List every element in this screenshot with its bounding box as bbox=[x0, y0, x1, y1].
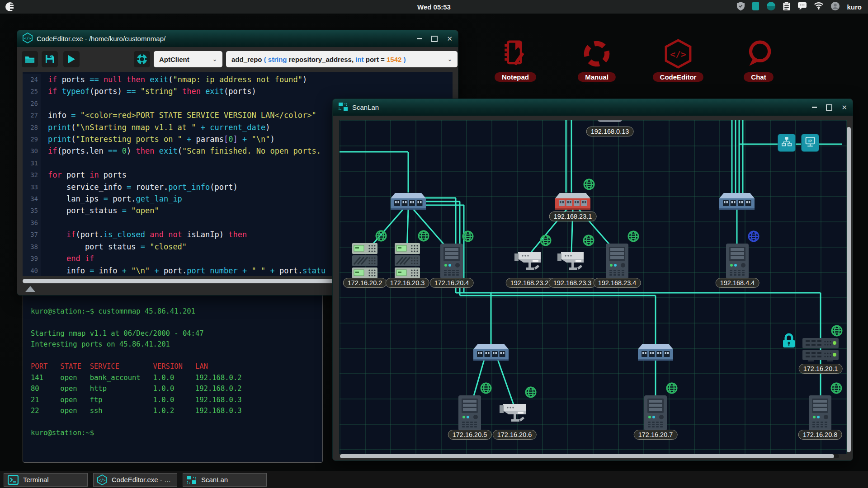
manual-icon bbox=[567, 39, 626, 70]
user-avatar[interactable] bbox=[830, 1, 840, 13]
taskbar-item-label: Terminal bbox=[23, 476, 49, 483]
switch-device-icon bbox=[473, 356, 509, 364]
rack-device-icon bbox=[802, 355, 839, 363]
lan-node-172.16.20.7[interactable] bbox=[644, 395, 667, 432]
chat-icon bbox=[729, 39, 788, 70]
taskbar-item-scan[interactable]: ScanLan bbox=[183, 473, 267, 487]
open-file-button[interactable] bbox=[22, 51, 38, 67]
internet-globe-icon bbox=[375, 230, 387, 244]
internet-globe-icon bbox=[417, 230, 430, 244]
minimize-button[interactable] bbox=[812, 107, 817, 108]
scanlan-window[interactable]: ScanLan ✕ 192.168.0.13192.168.23.1172.16… bbox=[332, 99, 853, 461]
desktop-icon-manual[interactable]: Manual bbox=[567, 39, 626, 82]
code-editor-titlebar[interactable]: </> CodeEditor.exe - /home/kuro/customnm… bbox=[17, 30, 458, 47]
internet-globe-icon bbox=[539, 234, 552, 249]
svg-text:</>: </> bbox=[24, 36, 31, 41]
terminal-icon bbox=[8, 475, 19, 485]
method-signature-dropdown[interactable]: add_repo ( string repository_address, in… bbox=[226, 51, 458, 67]
disk-usage-icon[interactable] bbox=[766, 1, 776, 13]
lan-node[interactable] bbox=[473, 343, 509, 364]
os-logo-icon[interactable] bbox=[0, 1, 15, 12]
run-button[interactable] bbox=[63, 51, 80, 67]
taskbar-item-terminal[interactable]: Terminal bbox=[4, 473, 88, 487]
internet-globe-icon bbox=[582, 234, 595, 249]
close-button[interactable]: ✕ bbox=[447, 35, 453, 42]
internet-globe-icon bbox=[830, 382, 843, 396]
internet-globe-icon bbox=[627, 230, 640, 244]
scanlan-map[interactable]: 192.168.0.13192.168.23.1172.16.20.2172.1… bbox=[339, 120, 847, 454]
method-signature: add_repo ( string repository_address, in… bbox=[231, 56, 406, 63]
internet-globe-icon bbox=[830, 324, 843, 339]
notepad-icon bbox=[486, 39, 545, 70]
lan-node-172.16.20.2[interactable] bbox=[352, 243, 377, 281]
lan-node-172.16.20.8[interactable] bbox=[809, 395, 831, 432]
class-selector-dropdown[interactable]: AptClient ⌄ bbox=[154, 51, 222, 67]
scanlan-titlebar[interactable]: ScanLan ✕ bbox=[333, 99, 853, 116]
maximize-button[interactable] bbox=[826, 104, 832, 111]
desktop-icon-chat[interactable]: Chat bbox=[729, 39, 788, 82]
ip-view-button[interactable]: IP bbox=[802, 134, 819, 151]
switch-device-icon bbox=[719, 205, 755, 213]
lan-node-192.168.23.3[interactable] bbox=[557, 248, 587, 277]
shield-check-icon[interactable] bbox=[736, 1, 745, 13]
terminal-output: kuro@station:~$ customnmap 45.86.41.201 … bbox=[31, 306, 242, 439]
lan-node-172.16.20.1[interactable] bbox=[802, 338, 839, 363]
maximize-button[interactable] bbox=[431, 36, 438, 42]
chevron-down-icon: ⌄ bbox=[212, 56, 217, 62]
internet-globe-icon bbox=[480, 382, 492, 396]
ip-label: 192.168.23.4 bbox=[594, 278, 641, 288]
switch-device-icon bbox=[391, 205, 426, 213]
topology-view-button[interactable] bbox=[778, 134, 795, 151]
lan-node[interactable] bbox=[391, 192, 426, 213]
lan-node[interactable] bbox=[719, 192, 755, 213]
switch-device-icon bbox=[638, 356, 673, 364]
scroll-up-arrow[interactable] bbox=[25, 286, 35, 292]
ip-label: 172.16.20.2 bbox=[343, 278, 387, 288]
close-button[interactable]: ✕ bbox=[841, 104, 847, 111]
minimize-button[interactable] bbox=[417, 38, 422, 39]
internet-globe-icon bbox=[462, 230, 474, 244]
ip-label: 172.16.20.6 bbox=[493, 430, 537, 440]
desktop-icon-label: Notepad bbox=[495, 72, 536, 82]
lan-node-192.168.4.4[interactable] bbox=[726, 244, 749, 281]
lan-node-192.168.0.13[interactable] bbox=[598, 120, 622, 125]
code-editor-toolbar: AptClient ⌄ add_repo ( string repository… bbox=[17, 47, 458, 71]
scanlan-horizontal-scrollbar[interactable] bbox=[340, 454, 839, 458]
save-button[interactable] bbox=[42, 51, 58, 67]
ip-label: 192.168.4.4 bbox=[716, 278, 760, 288]
lan-node-172.16.20.6[interactable] bbox=[500, 399, 529, 428]
wifi-icon[interactable] bbox=[814, 2, 824, 12]
lan-node-172.16.20.3[interactable] bbox=[395, 243, 420, 281]
desktop-icon-notepad[interactable]: Notepad bbox=[486, 39, 545, 82]
clipboard-icon[interactable] bbox=[783, 1, 791, 13]
desktop-icon-codeeditor[interactable]: </>CodeEditor bbox=[649, 39, 708, 82]
ip-label: 172.16.20.5 bbox=[448, 430, 492, 440]
svg-text:IP: IP bbox=[808, 139, 812, 143]
messages-icon[interactable] bbox=[797, 1, 807, 12]
ip-label: 172.16.20.3 bbox=[386, 278, 429, 288]
taskbar-item-hexcode[interactable]: </>CodeEditor.exe - … bbox=[93, 473, 177, 487]
ip-label: 192.168.23.1 bbox=[549, 211, 597, 221]
internet-globe-icon bbox=[665, 382, 678, 396]
scanlan-icon bbox=[338, 102, 348, 113]
ip-label: 192.168.0.13 bbox=[586, 127, 634, 136]
lan-node-192.168.23.1[interactable] bbox=[555, 192, 590, 213]
switch-top-device-icon bbox=[598, 120, 622, 124]
scanlan-vertical-scrollbar[interactable] bbox=[847, 127, 851, 452]
line-numbers: 2425262728293031323334353637383940 bbox=[23, 74, 41, 276]
lan-node[interactable] bbox=[638, 343, 673, 364]
camera-device-icon bbox=[500, 420, 529, 428]
lan-node-192.168.23.2[interactable] bbox=[514, 248, 544, 277]
camera-device-icon bbox=[514, 268, 544, 276]
code-text: if ports == null then exit("nmap: ip add… bbox=[48, 74, 326, 276]
apt-library-icon[interactable] bbox=[134, 51, 150, 67]
lan-node-172.16.20.4[interactable] bbox=[440, 244, 463, 281]
lan-node-192.168.23.4[interactable] bbox=[606, 244, 628, 281]
class-selector-value: AptClient bbox=[159, 56, 189, 63]
taskbar-item-label: CodeEditor.exe - … bbox=[112, 476, 171, 483]
battery-icon[interactable] bbox=[752, 1, 760, 13]
desktop-icon-label: Manual bbox=[578, 72, 616, 82]
internet-globe-icon bbox=[524, 386, 537, 400]
lan-node-172.16.20.5[interactable] bbox=[458, 395, 481, 432]
code-editor-title: CodeEditor.exe - /home/kuro/customnmap/ bbox=[37, 35, 165, 42]
